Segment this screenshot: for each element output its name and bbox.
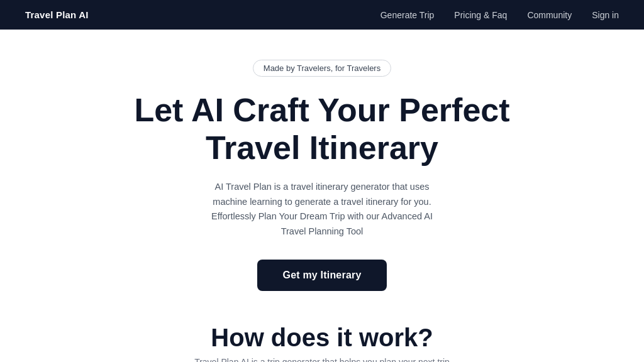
hero-title: Let AI Craft Your Perfect Travel Itinera… bbox=[114, 92, 530, 167]
nav-community[interactable]: Community bbox=[527, 10, 572, 20]
how-it-works-description: Travel Plan AI is a trip generator that … bbox=[194, 357, 450, 362]
navbar: Travel Plan AI Generate Trip Pricing & F… bbox=[0, 0, 644, 30]
how-it-works-section: How does it work? Travel Plan AI is a tr… bbox=[0, 304, 644, 362]
get-itinerary-button[interactable]: Get my Itinerary bbox=[257, 260, 386, 291]
how-it-works-title: How does it work? bbox=[211, 324, 433, 352]
nav-pricing-faq[interactable]: Pricing & Faq bbox=[454, 10, 507, 20]
nav-links: Generate Trip Pricing & Faq Community Si… bbox=[380, 10, 619, 20]
nav-generate-trip[interactable]: Generate Trip bbox=[380, 10, 435, 20]
hero-description: AI Travel Plan is a travel itinerary gen… bbox=[203, 180, 441, 240]
hero-badge: Made by Travelers, for Travelers bbox=[253, 60, 391, 77]
hero-section: Made by Travelers, for Travelers Let AI … bbox=[0, 30, 644, 304]
site-logo: Travel Plan AI bbox=[25, 9, 89, 20]
nav-sign-in[interactable]: Sign in bbox=[592, 10, 619, 20]
